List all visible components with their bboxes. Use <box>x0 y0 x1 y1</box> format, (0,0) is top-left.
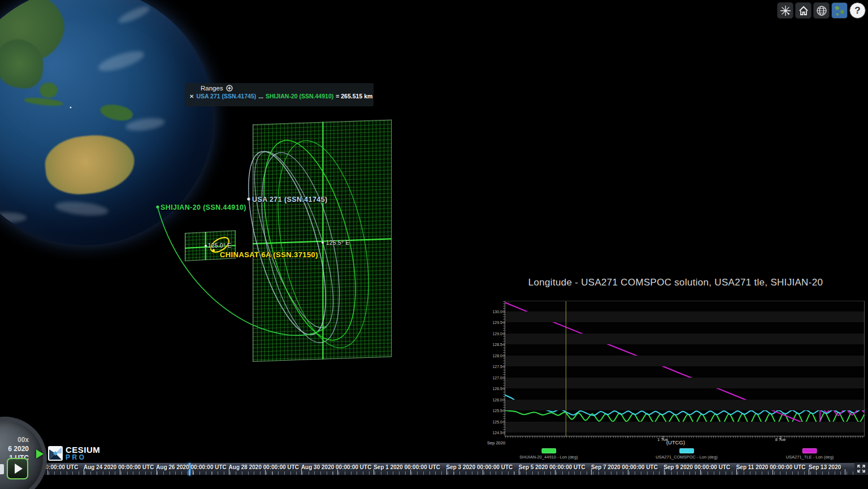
timeline-label: Sep 13 2020 <box>809 464 841 470</box>
timeline-label: 00:00:00 UTC <box>42 464 78 470</box>
usa271-label[interactable]: USA 271 (SSN.41745) <box>252 196 328 204</box>
timeline-label: Sep 1 2020 00:00:00 UTC <box>374 464 440 470</box>
legend-label: USA271_TLE - Lon (deg) <box>786 455 834 460</box>
chart-title: Longitude - USA271 COMSPOC solution, USA… <box>483 277 868 288</box>
y-axis-tick <box>502 400 505 400</box>
y-axis-label: 129.5 <box>484 321 502 324</box>
y-axis-label: 125.0 <box>484 419 502 423</box>
longitude-marker-main: 125.5° E <box>326 240 350 246</box>
timeline-label: Aug 30 2020 00:00:00 UTC <box>301 464 372 470</box>
cloud <box>54 200 109 218</box>
timeline-label: Sep 11 2020 00:00:00 UTC <box>736 464 806 470</box>
cesium-branding: CESIUM PRO <box>48 446 100 461</box>
chart-plot-area[interactable]: 130.0129.5129.0128.5128.0127.5127.0126.5… <box>505 301 865 436</box>
x-axis-minor-ticks <box>505 436 864 438</box>
y-axis-label: 126.5 <box>484 387 502 391</box>
landmass-indonesia <box>24 96 64 107</box>
imagery-picker-icon[interactable] <box>831 2 848 19</box>
usa271-marker-dot <box>247 197 250 200</box>
legend-swatch <box>802 448 817 453</box>
timeline-label: Aug 28 2020 00:00:00 UTC <box>229 464 300 470</box>
fullscreen-button[interactable] <box>854 462 868 475</box>
tracking-star-icon[interactable] <box>777 2 793 19</box>
timeline-label: Sep 5 2020 00:00:00 UTC <box>519 464 585 470</box>
y-axis-label: 130.0 <box>484 309 502 313</box>
y-axis-tick <box>502 311 505 312</box>
range-separator: ... <box>258 93 263 99</box>
brand-name: CESIUM <box>66 446 100 454</box>
y-axis-label: 129.0 <box>484 331 502 335</box>
y-axis-label: 124.5 <box>484 431 502 435</box>
plot-stripe <box>505 400 864 411</box>
y-axis-tick <box>502 378 505 378</box>
shijian20-label[interactable]: SHIJIAN-20 (SSN.44910) <box>160 204 246 211</box>
plot-stripe <box>505 378 864 389</box>
longitude-chart: Longitude - USA271 COMSPOC solution, USA… <box>483 271 868 461</box>
y-axis-label: 128.0 <box>484 353 502 357</box>
cesium-logo-icon <box>48 446 63 461</box>
app-viewport: USA 271 (SSN.41745) SHIJIAN-20 (SSN.4491… <box>0 0 868 489</box>
cloud <box>125 116 166 133</box>
brand-tier: PRO <box>66 454 100 461</box>
y-axis-label: 128.5 <box>484 343 502 347</box>
y-axis-tick <box>502 422 505 422</box>
legend-entry[interactable]: USA271_COMSPOC - Lon (deg) <box>656 448 718 460</box>
legend-label: USA271_COMSPOC - Lon (deg) <box>656 455 718 460</box>
clock-date: 6 2020 <box>8 444 29 453</box>
y-axis-tick <box>502 334 505 334</box>
legend-entry[interactable]: SHIJIAN-20_44910 - Lon (deg) <box>519 448 578 460</box>
y-axis-label: 126.0 <box>484 397 502 401</box>
range-sat-b: SHIJIAN-20 (SSN.44910) <box>266 93 333 99</box>
top-toolbar: ? <box>777 2 866 19</box>
timeline-scrubber[interactable]: 00:00:00 UTCAug 24 2020 00:00:00 UTCAug … <box>0 462 854 475</box>
scene-mode-globe-icon[interactable] <box>813 2 830 19</box>
plot-stripe <box>505 356 864 367</box>
timeline-label: Sep 7 2020 00:00:00 UTC <box>591 464 658 470</box>
y-axis-tick <box>502 322 505 323</box>
range-pair-row: ✕ USA 271 (SSN.41745) ... SHIJIAN-20 (SS… <box>189 93 369 99</box>
y-axis-tick <box>502 388 505 389</box>
play-button[interactable] <box>7 458 28 479</box>
chart-legend: SHIJIAN-20_44910 - Lon (deg)USA271_COMSP… <box>483 448 868 461</box>
y-axis-tick <box>502 432 505 433</box>
ranges-title: Ranges <box>201 85 223 92</box>
plot-stripe <box>505 311 864 323</box>
timeline-label: Aug 24 2020 00:00:00 UTC <box>84 464 154 470</box>
y-axis-label: 127.5 <box>484 365 502 369</box>
y-axis-tick <box>502 410 505 411</box>
landmass-borneo <box>40 83 58 98</box>
cloud <box>96 47 146 75</box>
help-glyph: ? <box>854 5 860 16</box>
timeline-label: Sep 9 2020 00:00:00 UTC <box>663 464 730 470</box>
legend-label: SHIJIAN-20_44910 - Lon (deg) <box>519 455 578 460</box>
chinasat-label[interactable]: CHINASAT 6A (SSN.37150) <box>220 250 318 259</box>
cloud <box>0 213 27 223</box>
legend-entry[interactable]: USA271_TLE - Lon (deg) <box>786 448 834 460</box>
range-value: = 265.515 km <box>336 93 372 99</box>
landmass-australia <box>42 131 137 198</box>
home-icon[interactable] <box>795 2 811 19</box>
y-axis-label: 125.5 <box>484 409 502 413</box>
clock-speed: 00x <box>8 435 29 444</box>
remove-range-icon[interactable]: ✕ <box>189 93 194 99</box>
y-axis-tick <box>502 356 505 356</box>
x-axis-title: (UTCG) <box>483 439 868 445</box>
landmass-newguinea <box>99 102 134 123</box>
plot-stripe <box>505 334 864 345</box>
timeline-label: Sep 3 2020 00:00:00 UTC <box>446 464 513 470</box>
help-button[interactable]: ? <box>849 2 866 19</box>
chart-time-cursor <box>566 301 566 436</box>
legend-swatch <box>679 448 694 453</box>
ranges-panel: Ranges ✕ USA 271 (SSN.41745) ... SHIJIAN… <box>185 83 374 106</box>
shuttle-ring-pointer[interactable] <box>36 449 44 458</box>
longitude-marker-small: 125.0° E <box>208 243 232 249</box>
plot-stripe <box>505 422 864 433</box>
longitude-grid-plane-main <box>253 119 392 362</box>
add-range-icon[interactable] <box>226 85 233 92</box>
cloud <box>116 3 151 25</box>
legend-swatch <box>541 448 556 453</box>
play-icon <box>15 464 23 474</box>
range-sat-a: USA 271 (SSN.41745) <box>196 93 256 99</box>
timeline-label: Aug 26 2020 00:00:00 UTC <box>156 464 227 470</box>
pause-button-partial[interactable] <box>0 464 4 474</box>
